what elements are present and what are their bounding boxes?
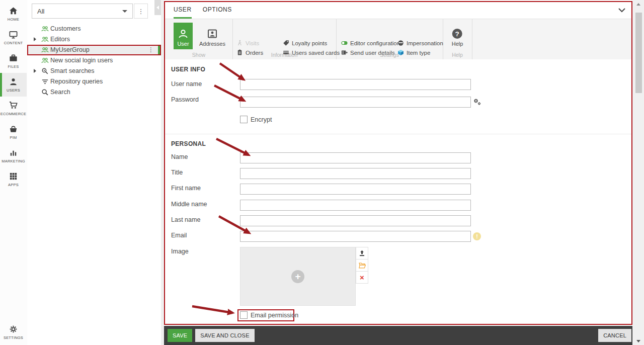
- scroll-up-arrow[interactable]: [636, 3, 640, 6]
- ribbon-item-label: Visits: [246, 40, 259, 46]
- collapse-panel-handle[interactable]: [154, 0, 161, 15]
- tree-item-repository-queries[interactable]: Repository queries: [27, 76, 161, 87]
- visits-button: Visits: [236, 38, 287, 48]
- password-input[interactable]: [240, 97, 471, 108]
- user-group-icon: [41, 25, 49, 33]
- tab-bar: USER OPTIONS: [165, 2, 631, 19]
- folder-open-icon: [359, 263, 366, 269]
- tree-item-myusergroup[interactable]: MyUserGroup ⋮: [27, 45, 161, 55]
- ribbon-item-label: Loyalty points: [292, 40, 327, 46]
- expand-caret-icon[interactable]: [34, 37, 36, 41]
- rail-item-marketing[interactable]: MARKETING: [0, 144, 27, 167]
- loyalty-points-button[interactable]: Loyalty points: [283, 38, 340, 48]
- tree-item-new-social-login-users[interactable]: New social login users: [27, 55, 161, 66]
- scroll-down-arrow[interactable]: [636, 340, 640, 342]
- editor-configuration-toggle[interactable]: Editor configuration: [341, 38, 401, 48]
- upload-icon: [359, 250, 365, 256]
- user-group-icon: [41, 57, 49, 64]
- show-addresses-button[interactable]: Addresses: [200, 23, 224, 49]
- email-permission-checkbox[interactable]: [240, 311, 248, 319]
- save-and-close-button[interactable]: SAVE AND CLOSE: [195, 329, 254, 342]
- save-button[interactable]: SAVE: [168, 329, 192, 342]
- remove-image-button[interactable]: ×: [356, 271, 368, 284]
- big-button-label: User: [177, 41, 189, 47]
- cancel-button[interactable]: CANCEL: [598, 329, 631, 342]
- grid-icon: [9, 171, 18, 181]
- email-permission-label: Email permission: [251, 312, 298, 319]
- rail-item-home[interactable]: HOME: [0, 2, 27, 26]
- scrollbar-thumb[interactable]: [635, 13, 642, 93]
- help-button[interactable]: ? Help: [452, 23, 463, 49]
- form-action-bar: SAVE SAVE AND CLOSE CANCEL: [164, 326, 635, 345]
- upload-image-button[interactable]: [356, 247, 368, 260]
- tree-item-label: Search: [50, 89, 70, 96]
- tree-menu-button[interactable]: ⋮: [134, 4, 148, 19]
- tab-options[interactable]: OPTIONS: [203, 2, 232, 19]
- address-book-icon: [207, 28, 218, 39]
- person-icon: [9, 77, 18, 87]
- group-filter-select[interactable]: All: [32, 4, 133, 19]
- title-input[interactable]: [240, 168, 471, 179]
- rail-item-settings[interactable]: SETTINGS: [0, 320, 27, 344]
- email-label: Email: [171, 232, 187, 239]
- ribbon-group-show: User Addresses Show: [165, 19, 233, 59]
- kebab-icon: ⋮: [138, 8, 144, 15]
- user-group-icon: [41, 36, 49, 43]
- image-label: Image: [171, 248, 189, 255]
- help-icon: ?: [452, 28, 463, 39]
- rail-item-content[interactable]: CONTENT: [0, 26, 27, 49]
- ribbon-item-label: Impersonation: [407, 40, 443, 46]
- name-input[interactable]: [240, 152, 471, 163]
- ribbon-toolbar: User Addresses Show Visits Orders: [165, 19, 631, 60]
- show-user-button[interactable]: User: [174, 23, 193, 49]
- ribbon-group-caption: Settings: [336, 52, 443, 58]
- email-warning-icon: !: [473, 232, 481, 240]
- tree-item-customers[interactable]: Customers: [27, 24, 161, 34]
- briefcase-icon: [9, 53, 18, 63]
- search-icon: [41, 89, 49, 96]
- first-name-input[interactable]: [240, 184, 471, 195]
- browse-media-library-button[interactable]: [356, 259, 368, 272]
- email-input[interactable]: [240, 231, 471, 242]
- section-title-personal: PERSONAL: [171, 140, 206, 147]
- ribbon-group-caption: Show: [165, 52, 232, 58]
- tree-item-editors[interactable]: Editors: [27, 34, 161, 45]
- user-name-label: User name: [171, 80, 202, 88]
- last-name-input[interactable]: [240, 215, 471, 226]
- image-dropzone[interactable]: +: [240, 247, 356, 306]
- password-policy-gears-icon: [473, 98, 481, 106]
- rail-item-label: APPS: [8, 183, 19, 187]
- user-group-icon: [41, 46, 49, 54]
- tree-item-label: Smart searches: [50, 67, 95, 74]
- chevron-down-icon: [122, 10, 127, 13]
- middle-name-input[interactable]: [240, 200, 471, 211]
- group-filter-value: All: [37, 8, 44, 15]
- first-name-label: First name: [171, 185, 201, 192]
- tree-item-search[interactable]: Search: [27, 87, 161, 98]
- rail-item-files[interactable]: FILES: [0, 49, 27, 73]
- tree-item-label: Repository queries: [50, 78, 103, 85]
- home-icon: [9, 6, 18, 16]
- tab-user[interactable]: USER: [174, 2, 192, 19]
- collapse-ribbon-button[interactable]: [618, 8, 625, 13]
- tree-item-label: Customers: [50, 25, 80, 32]
- middle-name-label: Middle name: [171, 201, 207, 208]
- rail-item-label: SETTINGS: [4, 335, 23, 340]
- expand-caret-icon[interactable]: [34, 69, 36, 73]
- gear-icon: [9, 324, 18, 334]
- rail-item-pim[interactable]: PIM: [0, 120, 27, 144]
- rail-item-users[interactable]: USERS: [0, 73, 27, 97]
- tag-icon: [283, 40, 289, 46]
- item-menu-button[interactable]: ⋮: [148, 46, 154, 53]
- tree-item-smart-searches[interactable]: Smart searches: [27, 66, 161, 76]
- ribbon-group-caption: Help: [443, 52, 472, 58]
- big-button-label: Addresses: [199, 41, 225, 47]
- rail-item-ecommerce[interactable]: ECOMMERCE: [0, 97, 27, 120]
- user-name-input[interactable]: [240, 79, 471, 90]
- basket-icon: [9, 124, 18, 134]
- rail-item-apps[interactable]: APPS: [0, 167, 27, 191]
- rail-item-label: MARKETING: [2, 159, 25, 163]
- rail-item-label: FILES: [8, 64, 19, 69]
- impersonation-button[interactable]: Impersonation: [397, 38, 443, 48]
- encrypt-checkbox[interactable]: [240, 116, 248, 123]
